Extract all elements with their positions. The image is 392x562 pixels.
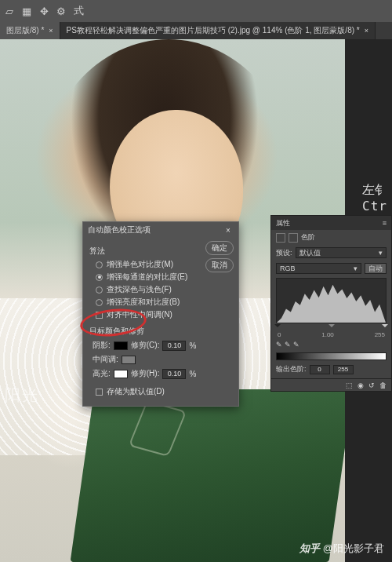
midtone-swatch[interactable]	[122, 356, 136, 364]
dialog-titlebar[interactable]: 自动颜色校正选项 ×	[83, 222, 238, 238]
panel-type-label: 色阶	[301, 232, 315, 243]
input-values: 01.00255	[271, 331, 391, 338]
panel-type-row: 色阶	[271, 230, 391, 245]
white-slider[interactable]	[382, 324, 388, 330]
opt-brightness[interactable]: 增强亮度和对比度(B)	[89, 296, 232, 308]
output-gradient[interactable]	[276, 352, 387, 360]
eyedropper-row: ✎ ✎ ✎	[271, 338, 391, 351]
document-tabbar: 图层版/8) * × PS教程轻松解决调整偏色严重的图片后期技巧 (2).jpg…	[0, 22, 392, 39]
output-black-input[interactable]: 0	[310, 365, 330, 374]
watermark-brand: 知乎	[299, 542, 320, 556]
output-white-input[interactable]: 255	[333, 365, 354, 374]
close-icon[interactable]: ×	[365, 27, 368, 35]
output-row: 输出色阶: 0 255	[271, 362, 391, 377]
toolbar-mode-label: 式	[72, 5, 85, 17]
chevron-down-icon: ▾	[379, 249, 383, 257]
opt-darklight[interactable]: 查找深色与浅色(F)	[89, 283, 232, 296]
preset-select[interactable]: 默认值▾	[296, 247, 387, 258]
opt-snap-neutral[interactable]: 对齐中性中间调(N)	[89, 308, 232, 321]
ok-button[interactable]: 确定	[205, 241, 234, 255]
eyedropper-gray-icon[interactable]: ✎	[285, 341, 291, 349]
close-icon[interactable]: ×	[49, 27, 53, 35]
gray-slider[interactable]	[328, 324, 335, 330]
cancel-button[interactable]: 取消	[205, 258, 234, 272]
black-slider[interactable]	[274, 324, 281, 330]
target-label: 目标颜色和修剪	[89, 326, 232, 337]
book-emblem	[129, 400, 187, 457]
watermark: 知乎 @阳光影子君	[299, 542, 384, 556]
shadow-row: 阴影: 修剪(C): 0.10 %	[89, 338, 232, 352]
document-tab[interactable]: 图层版/8) * ×	[0, 22, 60, 39]
clip-icon[interactable]: ⬚	[346, 381, 353, 389]
highlight-clip-label: 修剪(H):	[131, 368, 160, 379]
auto-button[interactable]: 自动	[365, 263, 387, 274]
midtone-label: 中间调:	[93, 354, 118, 365]
panel-footer: ⬚ ◉ ↺ 🗑	[271, 378, 391, 392]
eyedropper-white-icon[interactable]: ✎	[293, 341, 299, 349]
move-icon[interactable]: ✥	[38, 5, 50, 17]
channel-select[interactable]: RGB▾	[276, 263, 361, 274]
properties-panel: 属性 ≡ 色阶 预设: 默认值▾ RGB▾ 自动 01.00255 ✎ ✎ ✎ …	[270, 215, 392, 392]
tool-icon-2[interactable]: ▦	[20, 5, 33, 17]
histogram[interactable]	[276, 278, 387, 323]
opt-per-channel[interactable]: 增强每通道的对比度(E)	[89, 271, 232, 283]
close-icon[interactable]: ×	[223, 224, 234, 235]
preset-label: 预设:	[276, 248, 292, 258]
tool-icon-1[interactable]: ▱	[3, 5, 16, 17]
shadow-clip-label: 修剪(C):	[131, 340, 160, 351]
midtone-row: 中间调:	[89, 352, 232, 367]
mask-icon	[289, 233, 298, 243]
channel-row: RGB▾ 自动	[271, 261, 391, 276]
highlight-swatch[interactable]	[114, 370, 128, 378]
pct: %	[189, 370, 196, 378]
watermark-left: 阳光	[5, 385, 39, 406]
output-label: 输出色阶:	[276, 364, 307, 374]
highlight-row: 高光: 修剪(H): 0.10 %	[89, 367, 232, 381]
panel-tabbar: 属性 ≡	[271, 216, 391, 230]
photo-book	[71, 389, 345, 562]
panel-menu-icon[interactable]: ≡	[383, 219, 387, 227]
panel-tab-properties[interactable]: 属性	[276, 218, 290, 228]
dialog-title: 自动颜色校正选项	[88, 224, 151, 235]
trash-icon[interactable]: 🗑	[379, 381, 387, 389]
pct: %	[189, 341, 196, 350]
save-default[interactable]: 存储为默认值(D)	[89, 385, 232, 398]
shadow-label: 阴影:	[93, 340, 111, 351]
levels-icon	[276, 233, 285, 243]
highlight-clip-input[interactable]: 0.10	[162, 369, 186, 379]
auto-color-dialog: 自动颜色校正选项 × 确定 取消 算法 增强单色对比度(M) 增强每通道的对比度…	[82, 221, 239, 407]
tab-label: PS教程轻松解决调整偏色严重的图片后期技巧 (2).jpg @ 114% (色阶…	[67, 25, 360, 36]
tab-label: 图层版/8) *	[6, 25, 44, 36]
shadow-swatch[interactable]	[114, 341, 128, 350]
document-tab-active[interactable]: PS教程轻松解决调整偏色严重的图片后期技巧 (2).jpg @ 114% (色阶…	[60, 22, 376, 39]
watermark-user: @阳光影子君	[323, 542, 384, 556]
gear-icon[interactable]: ⚙	[55, 5, 67, 17]
app-toolbar: ▱ ▦ ✥ ⚙ 式	[0, 0, 392, 22]
eye-icon[interactable]: ◉	[358, 381, 364, 389]
highlight-label: 高光:	[93, 368, 111, 379]
shadow-clip-input[interactable]: 0.10	[162, 341, 186, 351]
chevron-down-icon: ▾	[354, 265, 358, 272]
side-line2: Ctr	[362, 199, 387, 213]
preset-row: 预设: 默认值▾	[271, 245, 391, 261]
eyedropper-black-icon[interactable]: ✎	[276, 341, 282, 349]
side-line1: 左钅	[362, 182, 387, 199]
reset-icon[interactable]: ↺	[368, 381, 375, 389]
side-annotation: 左钅 Ctr	[362, 182, 387, 213]
